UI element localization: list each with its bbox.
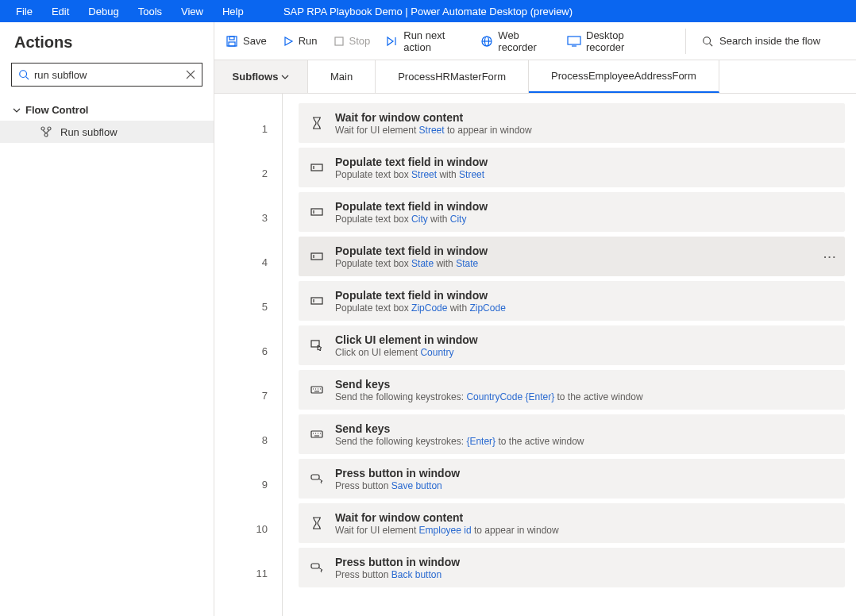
action-desc: Populate text box State with State: [335, 258, 488, 269]
menu-file[interactable]: File: [6, 2, 42, 21]
action-desc: Press button Save button: [335, 480, 460, 491]
action-title: Press button in window: [335, 556, 460, 568]
search-flow-label: Search inside the flow: [719, 35, 820, 47]
desktop-recorder-button[interactable]: Desktop recorder: [567, 29, 654, 53]
action-title: Press button in window: [335, 467, 460, 479]
clear-icon[interactable]: [186, 70, 195, 79]
svg-rect-29: [311, 298, 322, 304]
tab-process-hr-master-form[interactable]: ProcessHRMasterForm: [376, 60, 529, 93]
menu-tools[interactable]: Tools: [129, 2, 172, 21]
menu-help[interactable]: Help: [213, 2, 253, 21]
actions-sidebar: Actions Flow Control: [0, 22, 214, 616]
tree-group-flow-control[interactable]: Flow Control: [0, 99, 214, 121]
stop-label: Stop: [349, 35, 371, 47]
svg-point-4: [41, 127, 44, 130]
step-icon: [386, 36, 399, 47]
action-desc: Press button Back button: [335, 569, 460, 580]
line-number: 10: [214, 506, 282, 551]
textbox-icon: [310, 207, 324, 217]
action-desc: Send the following keystrokes: {Enter} t…: [335, 436, 584, 447]
svg-rect-23: [311, 164, 322, 171]
action-card[interactable]: Wait for window content Wait for UI elem…: [299, 103, 845, 143]
svg-line-22: [710, 43, 713, 46]
line-number: 1: [214, 106, 282, 151]
search-flow[interactable]: Search inside the flow: [702, 35, 845, 47]
action-card[interactable]: Click UI element in window Click on UI e…: [299, 325, 845, 365]
tab-process-employee-address-form[interactable]: ProcessEmployeeAddressForm: [529, 60, 719, 93]
action-desc: Populate text box ZipCode with ZipCode: [335, 302, 506, 314]
menu-view[interactable]: View: [172, 2, 213, 21]
line-number: 4: [214, 240, 282, 284]
button-press-icon: [310, 563, 324, 572]
tree-item-run-subflow[interactable]: Run subflow: [0, 121, 214, 143]
hourglass-icon: [310, 117, 324, 129]
action-desc: Send the following keystrokes: CountryCo…: [335, 391, 643, 402]
action-card[interactable]: Populate text field in window Populate t…: [299, 281, 845, 321]
actions-search-input[interactable]: [29, 69, 186, 81]
save-button[interactable]: Save: [226, 35, 267, 48]
action-card[interactable]: Populate text field in window Populate t…: [299, 192, 845, 232]
run-button[interactable]: Run: [283, 35, 318, 47]
action-title: Populate text field in window: [335, 244, 488, 257]
svg-line-7: [43, 130, 46, 133]
menu-edit[interactable]: Edit: [42, 2, 79, 21]
svg-rect-13: [335, 37, 343, 45]
cursor-icon: [310, 340, 324, 351]
line-number: 9: [214, 462, 282, 506]
action-title: Wait for window content: [335, 111, 532, 124]
svg-rect-44: [311, 475, 319, 479]
run-label: Run: [299, 35, 318, 47]
line-number: 7: [214, 373, 282, 418]
stop-button[interactable]: Stop: [334, 35, 371, 47]
svg-marker-12: [285, 37, 292, 45]
svg-point-6: [44, 133, 48, 137]
button-press-icon: [310, 474, 324, 483]
svg-rect-25: [311, 209, 322, 215]
action-card[interactable]: Press button in window Press button Save…: [299, 459, 845, 499]
web-recorder-button[interactable]: Web recorder: [480, 29, 551, 53]
tree-group-label: Flow Control: [25, 104, 88, 116]
action-title: Populate text field in window: [335, 289, 506, 302]
tree-item-label: Run subflow: [60, 126, 118, 138]
menu-debug[interactable]: Debug: [79, 2, 128, 21]
action-card[interactable]: Populate text field in window Populate t…: [299, 237, 845, 276]
tab-main[interactable]: Main: [308, 60, 376, 93]
tabs-row: Subflows Main ProcessHRMasterForm Proces…: [214, 60, 856, 94]
globe-icon: [480, 35, 493, 48]
action-card[interactable]: Press button in window Press button Back…: [299, 548, 845, 587]
textbox-icon: [310, 252, 324, 261]
line-numbers: 1 2 3 4 5 6 7 8 9 10 11: [214, 94, 283, 616]
action-title: Wait for window content: [335, 511, 559, 524]
more-icon[interactable]: ···: [823, 251, 837, 263]
sidebar-title: Actions: [0, 22, 214, 58]
run-next-label: Run next action: [403, 29, 465, 53]
svg-rect-10: [229, 37, 234, 40]
action-desc: Click on UI element Country: [335, 347, 478, 358]
action-title: Send keys: [335, 378, 643, 391]
action-title: Click UI element in window: [335, 333, 478, 346]
stop-icon: [334, 36, 345, 47]
action-card[interactable]: Wait for window content Wait for UI elem…: [299, 503, 845, 543]
menubar: File Edit Debug Tools View Help SAP RPA …: [0, 0, 856, 22]
chevron-down-icon: [281, 73, 289, 81]
svg-marker-14: [388, 37, 393, 45]
line-number: 3: [214, 195, 282, 240]
actions-search[interactable]: [11, 63, 202, 87]
svg-rect-45: [311, 564, 319, 568]
action-card[interactable]: Send keys Send the following keystrokes:…: [299, 414, 845, 454]
flow-designer: 1 2 3 4 5 6 7 8 9 10 11 Wait for window …: [214, 94, 856, 616]
line-number: 8: [214, 418, 282, 462]
action-desc: Populate text box Street with Street: [335, 169, 488, 180]
svg-line-8: [46, 130, 49, 133]
line-number: 5: [214, 284, 282, 329]
run-next-button[interactable]: Run next action: [386, 29, 465, 53]
chevron-down-icon: [13, 106, 21, 114]
search-icon: [18, 69, 29, 80]
subflows-toggle[interactable]: Subflows: [214, 60, 308, 93]
action-card[interactable]: Send keys Send the following keystrokes:…: [299, 370, 845, 410]
line-number: 2: [214, 151, 282, 195]
line-number: 11: [214, 551, 282, 595]
action-card[interactable]: Populate text field in window Populate t…: [299, 148, 845, 187]
window-title: SAP RPA Playbook Demo | Power Automate D…: [283, 6, 573, 17]
action-desc: Populate text box City with City: [335, 214, 488, 225]
